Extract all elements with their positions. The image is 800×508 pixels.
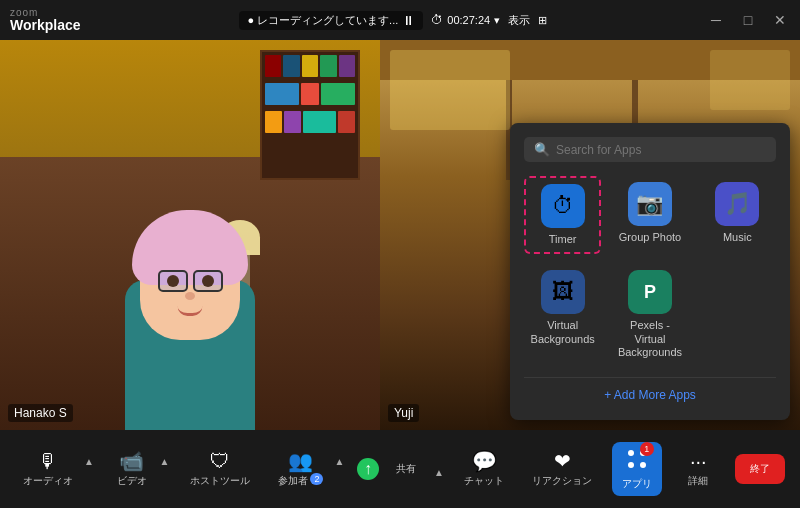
search-icon: 🔍 bbox=[534, 142, 550, 157]
svg-point-3 bbox=[640, 462, 646, 468]
participants-icon: 👥 bbox=[288, 451, 313, 471]
music-app-icon: 🎵 bbox=[715, 182, 759, 226]
close-button[interactable]: ✕ bbox=[770, 12, 790, 28]
chat-group: 💬 チャット bbox=[456, 446, 512, 493]
recording-badge: ● レコーディングしています... ⏸ bbox=[239, 11, 423, 30]
hosttools-group: 🛡 ホストツール bbox=[182, 446, 258, 493]
vbg-app-icon: 🖼 bbox=[541, 270, 585, 314]
timer-app-icon: ⏱ bbox=[541, 184, 585, 228]
camera-icon: 📹 bbox=[119, 451, 144, 471]
app-group-photo[interactable]: 📷 Group Photo bbox=[611, 176, 688, 254]
video-area: Hanako S Yuji bbox=[0, 40, 800, 430]
clock-icon: ⏱ bbox=[431, 13, 443, 27]
timer-display: ⏱ 00:27:24 ▾ bbox=[431, 13, 500, 27]
timer-app-label: Timer bbox=[549, 233, 577, 246]
video-button[interactable]: 📹 ビデオ bbox=[107, 446, 157, 493]
vbg-app-label: Virtual Backgrounds bbox=[530, 319, 595, 345]
group-photo-app-label: Group Photo bbox=[619, 231, 681, 244]
shield-icon: 🛡 bbox=[210, 451, 230, 471]
music-app-label: Music bbox=[723, 231, 752, 244]
audio-chevron[interactable]: ▲ bbox=[83, 454, 95, 469]
share-icon: ↑ bbox=[357, 458, 379, 480]
app-branding: zoom Workplace bbox=[10, 7, 81, 33]
microphone-icon: 🎙 bbox=[38, 451, 58, 471]
apps-icon: 1 bbox=[625, 447, 649, 474]
toolbar: 🎙 オーディオ ▲ 📹 ビデオ ▲ 🛡 ホストツール 👥 参加者 2 ▲ ↑ bbox=[0, 430, 800, 508]
participants-label: 参加者 2 bbox=[278, 474, 324, 488]
share-chevron[interactable]: ▲ bbox=[433, 465, 445, 480]
search-input[interactable] bbox=[556, 143, 766, 157]
audio-label: オーディオ bbox=[23, 474, 73, 488]
apps-search-bar[interactable]: 🔍 bbox=[524, 137, 776, 162]
participants-count-badge: 2 bbox=[310, 473, 323, 485]
app-pexels[interactable]: P Pexels - Virtual Backgrounds bbox=[611, 264, 688, 365]
end-group: 終了 bbox=[735, 454, 785, 484]
pexels-app-icon: P bbox=[628, 270, 672, 314]
maximize-button[interactable]: □ bbox=[738, 12, 758, 28]
recording-info: ● レコーディングしています... ⏸ ⏱ 00:27:24 ▾ 表示 ⊞ bbox=[239, 11, 547, 30]
chat-icon: 💬 bbox=[472, 451, 497, 471]
hosttools-label: ホストツール bbox=[190, 474, 250, 488]
app-virtual-backgrounds[interactable]: 🖼 Virtual Backgrounds bbox=[524, 264, 601, 365]
timer-chevron[interactable]: ▾ bbox=[494, 14, 500, 27]
app-music[interactable]: 🎵 Music bbox=[699, 176, 776, 254]
participants-group: 👥 参加者 2 ▲ bbox=[270, 446, 346, 493]
group-photo-app-icon: 📷 bbox=[628, 182, 672, 226]
participant-right: Yuji 🔍 ⏱ Timer 📷 Group Photo bbox=[380, 40, 800, 430]
apps-group: 1 アプリ bbox=[612, 442, 662, 496]
more-label: 詳細 bbox=[688, 474, 708, 488]
svg-point-0 bbox=[628, 450, 634, 456]
workplace-title: Workplace bbox=[10, 18, 81, 33]
hosttools-button[interactable]: 🛡 ホストツール bbox=[182, 446, 258, 493]
view-button[interactable]: ⊞ bbox=[538, 14, 547, 27]
apps-button[interactable]: 1 アプリ bbox=[612, 442, 662, 496]
video-chevron[interactable]: ▲ bbox=[159, 454, 171, 469]
display-button[interactable]: 表示 bbox=[508, 13, 530, 28]
reactions-group: ❤ リアクション bbox=[524, 446, 600, 493]
window-controls: ─ □ ✕ bbox=[706, 12, 790, 28]
svg-point-2 bbox=[628, 462, 634, 468]
video-label: ビデオ bbox=[117, 474, 147, 488]
video-group: 📹 ビデオ ▲ bbox=[107, 446, 171, 493]
participant-left: Hanako S bbox=[0, 40, 380, 430]
chat-button[interactable]: 💬 チャット bbox=[456, 446, 512, 493]
audio-group: 🎙 オーディオ ▲ bbox=[15, 446, 95, 493]
more-group: ··· 詳細 bbox=[673, 446, 723, 493]
apps-grid: ⏱ Timer 📷 Group Photo 🎵 Music 🖼 Virtual … bbox=[524, 176, 776, 365]
share-group: ↑ 共有 ▲ bbox=[357, 457, 445, 481]
participant-name-right: Yuji bbox=[388, 404, 419, 422]
apps-label: アプリ bbox=[622, 477, 652, 491]
pexels-app-label: Pexels - Virtual Backgrounds bbox=[617, 319, 682, 359]
participants-chevron[interactable]: ▲ bbox=[333, 454, 345, 469]
add-more-apps-button[interactable]: + Add More Apps bbox=[524, 377, 776, 406]
title-bar: zoom Workplace ● レコーディングしています... ⏸ ⏱ 00:… bbox=[0, 0, 800, 40]
participants-button[interactable]: 👥 参加者 2 bbox=[270, 446, 332, 493]
reactions-button[interactable]: ❤ リアクション bbox=[524, 446, 600, 493]
audio-button[interactable]: 🎙 オーディオ bbox=[15, 446, 81, 493]
more-icon: ··· bbox=[690, 451, 707, 471]
recording-text: ● レコーディングしています... bbox=[247, 13, 398, 28]
end-button[interactable]: 終了 bbox=[735, 454, 785, 484]
apps-popup: 🔍 ⏱ Timer 📷 Group Photo 🎵 Music bbox=[510, 123, 790, 420]
avatar-left bbox=[90, 130, 290, 430]
end-label: 終了 bbox=[750, 462, 770, 476]
more-button[interactable]: ··· 詳細 bbox=[673, 446, 723, 493]
chat-label: チャット bbox=[464, 474, 504, 488]
app-timer[interactable]: ⏱ Timer bbox=[524, 176, 601, 254]
minimize-button[interactable]: ─ bbox=[706, 12, 726, 28]
pause-icon[interactable]: ⏸ bbox=[402, 13, 415, 28]
share-label: 共有 bbox=[396, 462, 416, 476]
timer-value: 00:27:24 bbox=[447, 14, 490, 26]
reactions-label: リアクション bbox=[532, 474, 592, 488]
participant-name-left: Hanako S bbox=[8, 404, 73, 422]
reactions-icon: ❤ bbox=[554, 451, 571, 471]
share-button[interactable]: 共有 bbox=[381, 457, 431, 481]
